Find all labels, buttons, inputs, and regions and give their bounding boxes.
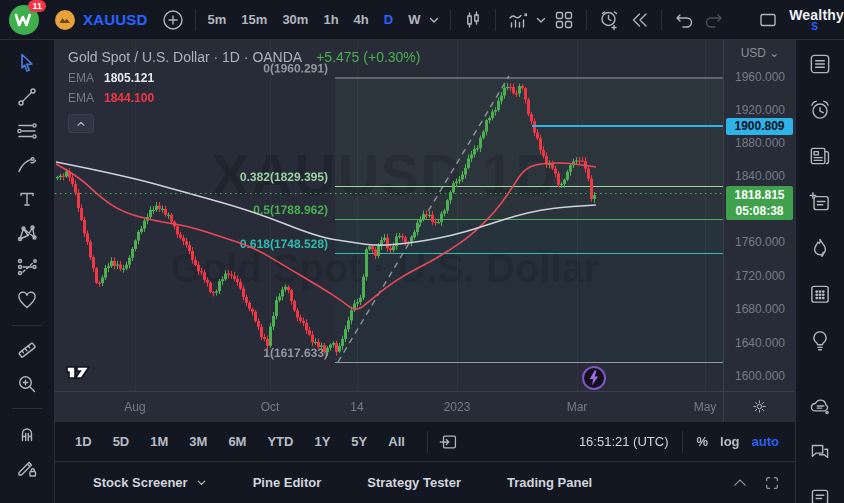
chevron-up-icon [76,119,86,129]
ideas-bulb-icon[interactable] [806,327,834,353]
tab-trading-panel[interactable]: Trading Panel [507,475,592,490]
interval-D[interactable]: D [379,8,398,31]
panel-fullscreen-button[interactable] [763,474,781,492]
range-6m[interactable]: 6M [222,430,252,453]
range-1m[interactable]: 1M [144,430,174,453]
auto-scale-toggle[interactable]: auto [746,431,785,452]
flash-boost-badge[interactable] [581,365,607,391]
text-tool[interactable] [10,187,44,211]
toolbar-divider [12,408,42,409]
alert-add-button[interactable] [594,5,624,35]
price-axis-currency[interactable]: USD ⌄ [724,46,796,60]
interval-30m[interactable]: 30m [277,8,313,31]
separator [427,431,428,453]
brush-tool[interactable] [10,153,44,177]
xabcd-pattern-tool[interactable] [10,221,44,245]
separator [586,9,587,31]
tab-stock-screener[interactable]: Stock Screener [93,475,207,490]
gold-symbol-icon [54,9,76,31]
chats-icon[interactable] [806,439,834,465]
interval-5m[interactable]: 5m [203,8,232,31]
compare-add-button[interactable] [158,5,188,35]
interval-W[interactable]: W [403,8,425,31]
alerts-clock-icon[interactable] [806,97,834,123]
layout-grid-button[interactable] [549,5,579,35]
range-3m[interactable]: 3M [183,430,213,453]
range-5d[interactable]: 5D [107,430,136,453]
legend-symbol-row[interactable]: Gold Spot / U.S. Dollar · 1D · OANDA+5.4… [68,49,420,65]
range-ytd[interactable]: YTD [261,430,299,453]
bar-replay-button[interactable] [624,5,654,35]
drawing-toolbar [0,40,55,503]
price-tick: 1880.000 [724,136,796,150]
last-price-value: 1818.815 [726,187,793,203]
time-tick: 2023 [444,400,471,414]
redo-button[interactable] [699,5,729,35]
ema1-value: 1805.121 [104,71,154,85]
time-axis[interactable]: AugOct142023MarMay [55,391,795,421]
go-to-date-button[interactable] [435,428,463,456]
bottom-toolbar: 1D5D1M3M6MYTD1Y5YAll 16:51:21 (UTC) % lo… [55,421,795,461]
ema1-row[interactable]: EMA1805.121 [68,71,420,85]
measure-ruler-tool[interactable] [10,338,44,362]
panel-controls [731,474,795,492]
cursor-tool[interactable] [10,51,44,75]
interval-menu-chevron[interactable] [425,7,443,33]
watchlist-icon[interactable] [806,51,834,77]
interval-4h[interactable]: 4h [349,8,374,31]
undo-button[interactable] [669,5,699,35]
bottom-panel-tabs: Stock Screener Pine Editor Strategy Test… [55,461,795,503]
range-1y[interactable]: 1Y [308,430,336,453]
calendar-icon[interactable] [806,281,834,307]
hotlist-flame-icon[interactable] [806,235,834,261]
time-tick: 14 [350,400,363,414]
layout-save-button[interactable] [753,5,783,35]
ema2-row[interactable]: EMA1844.100 [68,91,420,105]
tradingview-logo[interactable] [66,362,104,380]
wealthy-logo[interactable]: 11 [6,2,42,38]
separator [495,9,496,31]
interval-1h[interactable]: 1h [318,8,343,31]
brand-text: Wealthy S [789,8,844,32]
range-all[interactable]: All [382,430,411,453]
legend-collapse-button[interactable] [68,114,94,133]
interval-switcher: 5m15m30m1h4hDW [203,8,426,31]
tab-strategy-tester[interactable]: Strategy Tester [367,475,461,490]
interval-15m[interactable]: 15m [236,8,272,31]
news-icon[interactable] [806,143,834,169]
panel-expand-button[interactable] [731,474,749,492]
comments-icon[interactable] [806,485,834,503]
trend-line-tool[interactable] [10,85,44,109]
date-range-switcher: 1D5D1M3M6MYTD1Y5YAll [69,430,420,453]
forecast-tool[interactable] [10,255,44,279]
clock-utc[interactable]: 16:51:21 (UTC) [579,434,669,449]
indicators-menu-chevron[interactable] [533,7,549,33]
fib-retracement-tool[interactable] [10,119,44,143]
percent-scale-toggle[interactable]: % [690,431,714,452]
price-tick: 1720.000 [724,269,796,283]
price-tick: 1840.000 [724,169,796,183]
indicators-button[interactable] [503,5,533,35]
drawing-lock-tool[interactable] [10,455,44,479]
price-axis[interactable]: USD ⌄ 1960.0001920.0001880.0001840.00017… [723,40,795,391]
price-tick: 1640.000 [724,336,796,350]
magnet-mode-tool[interactable] [10,421,44,445]
chevron-down-icon [196,477,207,488]
separator [682,431,683,453]
favorites-heart-tool[interactable] [10,289,44,313]
range-1d[interactable]: 1D [69,430,98,453]
chart-plot-area[interactable]: XAUUSD 1D Gold Spot · U.S. Dollar Gold S… [55,40,723,391]
tab-pine-editor[interactable]: Pine Editor [253,475,322,490]
time-axis-settings[interactable] [723,392,795,421]
chart-style-button[interactable] [458,5,488,35]
chart-legend: Gold Spot / U.S. Dollar · 1D · OANDA+5.4… [68,49,420,133]
my-ideas-cloud-icon[interactable] [806,393,834,419]
range-5y[interactable]: 5Y [345,430,373,453]
zoom-in-tool[interactable] [10,372,44,396]
notes-icon[interactable] [806,189,834,215]
top-toolbar: 11 XAUUSD 5m15m30m1h4hDW [0,0,844,40]
symbol-selector[interactable]: XAUUSD [54,9,148,31]
toolbar-divider [12,325,42,326]
bar-countdown: 05:08:38 [726,203,793,219]
log-scale-toggle[interactable]: log [714,431,746,452]
